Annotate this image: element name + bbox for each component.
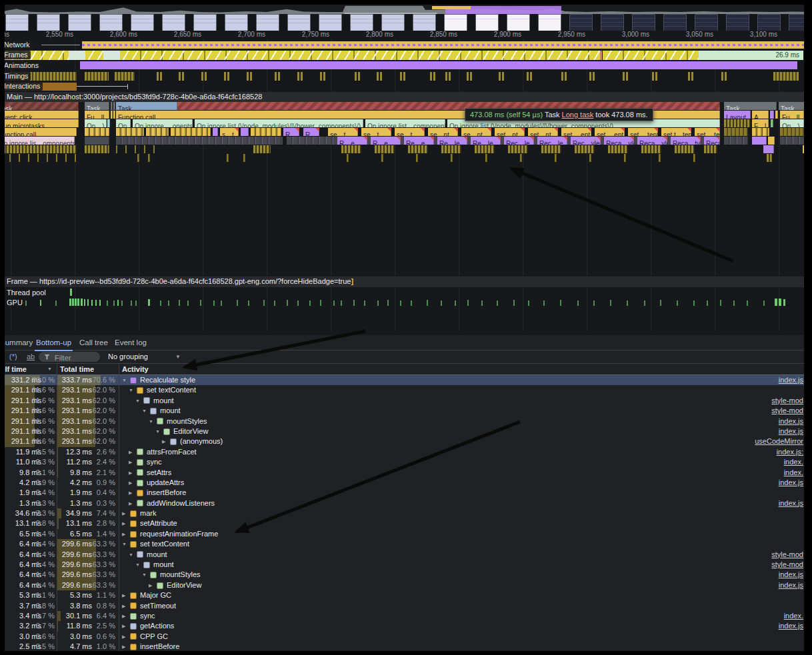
flame-block[interactable]: se…nt (461, 128, 491, 136)
collapse-arrow-icon[interactable]: ▶ (122, 518, 125, 528)
flame-block[interactable] (113, 111, 115, 119)
flame-block[interactable]: On ignore …onents\/) (133, 119, 193, 127)
table-row[interactable]: 3.2 ms0.7 %11.8 ms2.5 %▶getActionsindex.… (0, 621, 812, 631)
source-link[interactable]: index.js (779, 580, 803, 590)
flame-block[interactable]: Fu…ll (85, 111, 109, 119)
collapse-arrow-icon[interactable]: ▶ (162, 436, 165, 446)
table-row[interactable]: 11.9 ms2.5 %12.3 ms2.6 %▶attrsFromFaceti… (0, 447, 812, 457)
flame-block[interactable] (589, 154, 591, 162)
flame-block[interactable] (541, 145, 561, 153)
user-timing-mark[interactable] (499, 72, 501, 81)
source-link[interactable]: index.js (779, 621, 803, 631)
collapse-arrow-icon[interactable]: ▶ (122, 508, 125, 518)
table-row[interactable]: 6.5 ms1.4 %6.5 ms1.4 %▶requestAnimationF… (0, 529, 812, 539)
flame-block[interactable] (107, 119, 110, 127)
chevron-down-icon[interactable]: ▼ (175, 350, 181, 363)
flame-block[interactable] (253, 145, 271, 153)
user-timing-mark[interactable] (301, 72, 303, 81)
flame-block[interactable]: Event: click (0, 111, 79, 119)
tab-event-log[interactable]: Event log (113, 335, 148, 350)
flame-block[interactable]: Rec…le (504, 137, 534, 145)
flame-block[interactable] (724, 137, 748, 145)
user-timing-mark[interactable] (527, 72, 529, 81)
user-timing-mark[interactable] (227, 72, 229, 81)
flame-block[interactable] (227, 154, 229, 162)
source-link[interactable]: index. (784, 611, 803, 621)
table-row[interactable]: 291.1 ms61.6 %293.1 ms62.0 %▼EditorViewi… (0, 426, 812, 436)
flame-block[interactable]: set …tent (695, 128, 720, 136)
flame-block[interactable] (641, 145, 661, 153)
flame-block[interactable] (171, 128, 211, 136)
user-timing-mark[interactable] (201, 72, 203, 81)
flame-block[interactable]: Fu…ll (780, 111, 804, 119)
main-thread-header[interactable]: Main — http://localhost:3000/projects/bd… (0, 92, 812, 102)
flame-block[interactable]: Reca…yle (604, 137, 634, 145)
flame-block[interactable] (146, 128, 169, 136)
user-timing-mark[interactable] (502, 72, 504, 81)
user-timing-mark[interactable] (688, 72, 690, 81)
table-row[interactable]: 6.4 ms1.4 %299.6 ms63.3 %▼mountstyle-mod (0, 560, 812, 570)
flame-block[interactable] (752, 128, 769, 136)
user-timing-mark[interactable] (430, 72, 432, 81)
source-link[interactable]: index.js (779, 426, 803, 436)
flame-block[interactable]: Task (85, 102, 109, 110)
tab-call-tree[interactable]: Call tree (78, 335, 109, 350)
table-row[interactable]: 3.7 ms0.8 %3.8 ms0.8 %▶setTimeout (0, 601, 812, 611)
flame-block[interactable]: On…) (780, 119, 804, 127)
user-timing-mark[interactable] (224, 72, 226, 81)
match-word-button[interactable]: ab (27, 350, 35, 363)
sort-caret-icon[interactable]: ▼ (47, 364, 52, 374)
column-divider[interactable] (119, 364, 119, 655)
grouping-select[interactable]: No grouping (108, 350, 148, 363)
source-link[interactable]: index.js (779, 416, 803, 426)
source-link[interactable]: style-mod (771, 560, 803, 570)
tab-summary[interactable]: Summary (0, 335, 34, 350)
flame-block[interactable]: set …ent (595, 128, 625, 136)
user-timing-mark[interactable] (449, 72, 451, 81)
expand-arrow-icon[interactable]: ▼ (135, 396, 140, 406)
tooltip-longtask-link[interactable]: Long task (562, 111, 594, 119)
flame-block[interactable]: Re…le (471, 137, 501, 145)
table-row[interactable]: 291.1 ms61.6 %293.1 ms62.0 %▼mountStyles… (0, 416, 812, 426)
user-timing-mark[interactable] (320, 72, 322, 81)
animations-bar[interactable] (80, 61, 797, 69)
table-row[interactable]: 291.1 ms61.6 %293.1 ms62.0 %▼set textCon… (0, 385, 812, 395)
flame-block[interactable] (116, 145, 156, 153)
flame-block[interactable] (113, 102, 115, 110)
table-row[interactable]: 13.1 ms2.8 %13.1 ms2.8 %▶setAttribute (0, 518, 812, 528)
flame-block[interactable]: R… (283, 128, 299, 136)
collapse-arrow-icon[interactable]: ▶ (122, 611, 125, 621)
flame-block[interactable]: R… (303, 128, 319, 136)
expand-arrow-icon[interactable]: ▼ (122, 539, 127, 549)
idle-frame-block[interactable] (103, 51, 120, 60)
user-timing-mark[interactable] (323, 72, 325, 81)
flame-block[interactable]: On…) (85, 119, 107, 127)
flame-block[interactable] (624, 154, 626, 162)
total-time-header[interactable]: Total time (60, 364, 94, 374)
table-row[interactable]: 4.2 ms0.9 %4.2 ms0.9 %▶updateAttrsindex.… (0, 478, 812, 488)
flame-block[interactable] (416, 154, 418, 162)
source-link[interactable]: style-mod (771, 406, 803, 416)
flame-block[interactable]: Run microtasks (0, 119, 79, 127)
expand-arrow-icon[interactable]: ▼ (122, 375, 127, 385)
collapse-arrow-icon[interactable]: ▶ (129, 468, 132, 478)
expand-arrow-icon[interactable]: ▼ (135, 560, 140, 570)
flame-block[interactable] (241, 128, 249, 136)
collapse-arrow-icon[interactable]: ▶ (122, 601, 125, 611)
flame-block[interactable]: se…t (328, 128, 358, 136)
flame-block[interactable]: On ignore list (\/node_modules\/|\/bower… (195, 119, 363, 127)
flame-block[interactable] (347, 154, 349, 162)
flame-block[interactable] (213, 128, 218, 136)
flame-block[interactable]: Task (0, 102, 79, 110)
flame-block[interactable]: Rec…yle (571, 137, 601, 145)
user-timing-mark[interactable] (561, 72, 563, 81)
user-timing-mark[interactable] (433, 72, 435, 81)
expand-arrow-icon[interactable]: ▼ (142, 406, 147, 416)
flame-block[interactable]: Re…le (437, 137, 467, 145)
collapse-arrow-icon[interactable]: ▶ (129, 498, 132, 508)
expand-arrow-icon[interactable]: ▼ (142, 570, 147, 580)
flame-block[interactable] (724, 119, 751, 127)
table-row[interactable]: 1.3 ms0.3 %1.3 ms0.3 %▶addWindowListener… (0, 498, 812, 508)
user-timing-mark[interactable] (377, 72, 379, 81)
flame-block[interactable]: R…e (371, 137, 401, 145)
